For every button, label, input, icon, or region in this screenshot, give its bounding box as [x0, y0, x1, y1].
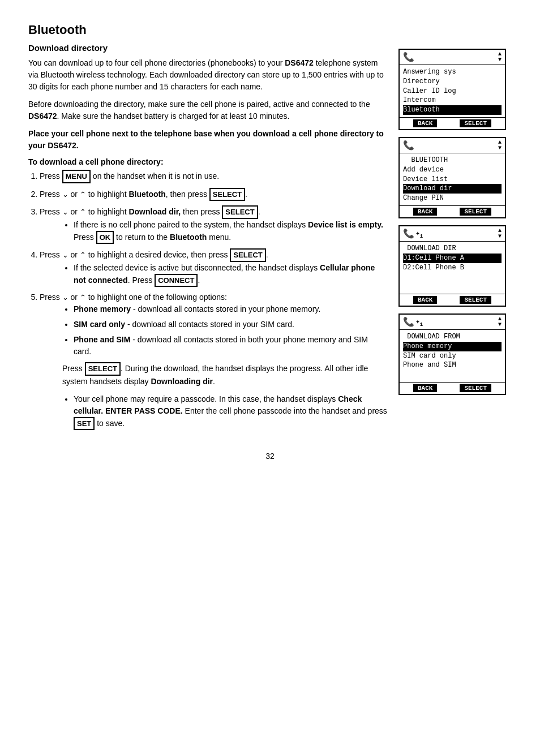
scroll-arrows-2: ▲ ▼: [498, 140, 502, 151]
screen-1-line-2: Directory: [403, 77, 502, 87]
screen-4-line-4: Phone and SIM: [403, 360, 502, 370]
option-phone-memory: Phone memory - download all contacts sto…: [74, 303, 387, 315]
screen-2-line-3: Device list: [403, 175, 502, 184]
screen-3-body: DOWNLOAD DIR D1:Cell Phone A D2:Cell Pho…: [400, 242, 505, 294]
screen-1-line-1: Answering sys: [403, 67, 502, 77]
passcode-bullet: Your cell phone may require a passcode. …: [74, 393, 387, 431]
screen-3-line-1: DOWNLOAD DIR: [403, 244, 502, 254]
screen-1-select-btn: SELECT: [460, 119, 491, 127]
screen-2-line-4: Download dir: [403, 184, 502, 194]
screen-2-footer: BACK SELECT: [400, 205, 505, 217]
steps-list: Press MENU on the handset when it is not…: [28, 170, 387, 430]
page-title: Bluetooth: [28, 23, 512, 37]
handset-icon-3: 📞: [403, 228, 414, 239]
step-4-bullet: If the selected device is active but dis…: [74, 262, 387, 287]
screen-2-line-5: Change PIN: [403, 194, 502, 203]
intro-para-2: Before downloading the directory, make s…: [28, 98, 387, 122]
screen-2: 📞 ▲ ▼ BLUETOOTH Add device Device list D…: [398, 137, 506, 218]
scroll-arrows-1: ▲ ▼: [498, 51, 502, 63]
intro-para-1: You can download up to four cell phone d…: [28, 57, 387, 93]
screen-4-back-btn: BACK: [413, 384, 437, 392]
screens-column: 📞 ▲ ▼ Answering sys Directory Caller ID …: [398, 43, 512, 435]
menu-key: MENU: [62, 170, 91, 183]
screen-3-line-3: D2:Cell Phone B: [403, 263, 502, 273]
screen-1-body: Answering sys Directory Caller ID log In…: [400, 65, 505, 117]
step-1: Press MENU on the handset when it is not…: [40, 170, 387, 183]
screen-3: 📞 ✦1 ▲ ▼ DOWNLOAD DIR D1:Cell Phone A D2…: [398, 225, 506, 307]
screen-2-body: BLUETOOTH Add device Device list Downloa…: [400, 153, 505, 205]
screen-3-line-2: D1:Cell Phone A: [403, 254, 502, 263]
select-note: Press SELECT. During the download, the h…: [62, 362, 387, 388]
screen-4-select-btn: SELECT: [460, 384, 491, 392]
screen-3-line-5: [403, 282, 502, 291]
option-sim-only: SIM card only - download all contacts st…: [74, 319, 387, 330]
connect-key: CONNECT: [155, 274, 198, 287]
step-4: Press ⌄ or ⌃ to highlight a desired devi…: [40, 248, 387, 287]
screen-4-line-2: Phone memory: [403, 342, 502, 351]
section-heading: Download directory: [28, 43, 387, 53]
screen-3-back-btn: BACK: [413, 296, 437, 304]
step-2: Press ⌄ or ⌃ to highlight Bluetooth, the…: [40, 188, 387, 201]
screen-2-line-1: BLUETOOTH: [403, 156, 502, 165]
screen-3-footer: BACK SELECT: [400, 294, 505, 306]
page-number: 32: [28, 452, 512, 461]
screen-2-line-2: Add device: [403, 165, 502, 175]
screen-4-line-3: SIM card only: [403, 351, 502, 361]
screen-2-select-btn: SELECT: [460, 208, 491, 216]
handset-icon-4: 📞: [403, 316, 414, 328]
screen-1-line-4: Intercom: [403, 96, 502, 105]
screen-1-footer: BACK SELECT: [400, 117, 505, 129]
screen-1-back-btn: BACK: [413, 119, 437, 127]
screen-4-body: DOWNLOAD FROM Phone memory SIM card only…: [400, 330, 505, 382]
scroll-arrows-4: ▲ ▼: [498, 316, 502, 328]
screen-4-line-1: DOWNLOAD FROM: [403, 332, 502, 342]
screen-4-line-5: [403, 370, 502, 380]
text-column: Download directory You can download up t…: [28, 43, 387, 435]
handset-icon-2: 📞: [403, 140, 414, 151]
bt-icon-3: ✦1: [415, 229, 423, 239]
bt-icon-4: ✦1: [415, 317, 423, 328]
step-5: Press ⌄ or ⌃ to highlight one of the fol…: [40, 291, 387, 430]
select-key-4: SELECT: [230, 248, 265, 262]
select-key-2: SELECT: [209, 188, 245, 201]
screen-3-select-btn: SELECT: [460, 296, 491, 304]
handset-icon-1: 📞: [403, 51, 414, 63]
warning-text: Place your cell phone next to the teleph…: [28, 128, 387, 152]
screen-4: 📞 ✦1 ▲ ▼ DOWNLOAD FROM Phone memory SIM …: [398, 313, 506, 395]
screen-1-line-5: Bluetooth: [403, 105, 502, 115]
set-key: SET: [74, 417, 95, 431]
option-phone-and-sim: Phone and SIM - download all contacts st…: [74, 334, 387, 358]
procedure-title: To download a cell phone directory:: [28, 157, 387, 166]
ok-key: OK: [96, 231, 114, 244]
step-3-bullet: If there is no cell phone paired to the …: [74, 219, 387, 244]
screen-4-footer: BACK SELECT: [400, 382, 505, 394]
screen-2-back-btn: BACK: [413, 208, 437, 216]
screen-3-line-4: [403, 272, 502, 282]
screen-1-line-3: Caller ID log: [403, 87, 502, 96]
screen-1: 📞 ▲ ▼ Answering sys Directory Caller ID …: [398, 49, 506, 130]
select-key-5: SELECT: [85, 362, 121, 376]
step-3: Press ⌄ or ⌃ to highlight Download dir, …: [40, 205, 387, 244]
scroll-arrows-3: ▲ ▼: [498, 228, 502, 239]
select-key-3: SELECT: [222, 205, 258, 219]
